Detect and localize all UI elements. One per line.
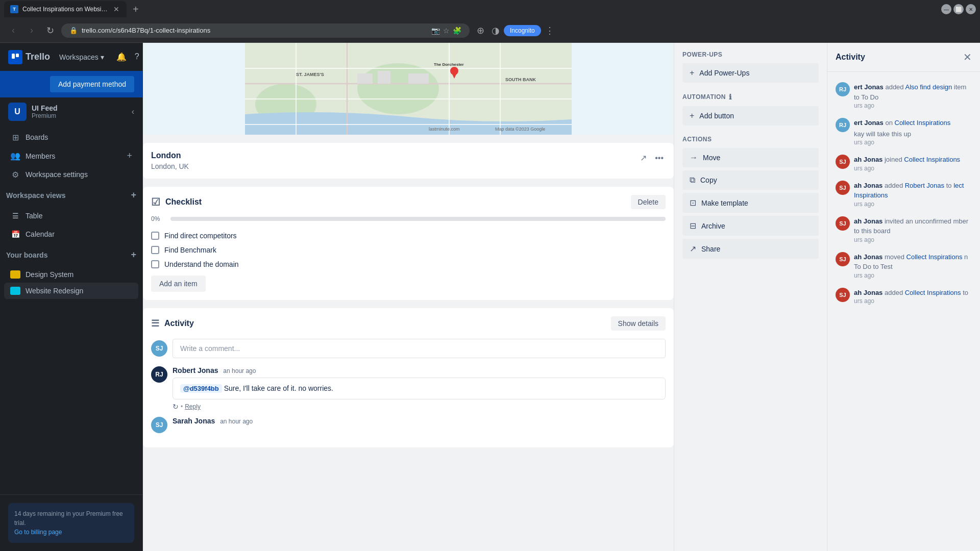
card-detail-panel: SOUTH BANK ST. JAMES'S The Dorchester Ma… <box>143 43 674 551</box>
add-member-icon[interactable]: + <box>127 151 132 161</box>
theme-icon[interactable]: ◑ <box>488 22 503 39</box>
feed-link-2[interactable]: Collect Inspirations <box>895 119 951 127</box>
svg-rect-13 <box>357 73 373 84</box>
your-boards-label: Your boards <box>6 251 127 259</box>
location-more-button[interactable]: ••• <box>653 151 666 165</box>
forward-button[interactable]: › <box>24 23 39 38</box>
feed-link-4a[interactable]: Robert Jonas <box>905 182 944 189</box>
add-checklist-item-button[interactable]: Add an item <box>151 276 206 292</box>
billing-link[interactable]: Go to billing page <box>14 529 62 536</box>
address-bar-row: ‹ › ↻ 🔒 trello.com/c/s6n4B7Bq/1-collect-… <box>0 18 980 43</box>
progress-row: 0% <box>151 215 666 222</box>
comment-author-2: Sarah Jonas <box>173 417 215 425</box>
sidebar-item-boards[interactable]: ⊞ Boards <box>4 128 138 146</box>
workspace-settings-label: Workspace settings <box>26 170 132 179</box>
workspace-views-header[interactable]: Workspace views + <box>0 186 142 205</box>
activity-icon: ☰ <box>151 318 159 329</box>
add-power-ups-button[interactable]: + Add Power-Ups <box>682 63 819 83</box>
location-card: London London, UK ↗ ••• <box>143 143 674 179</box>
close-button[interactable]: ✕ <box>966 4 976 14</box>
star-icon[interactable]: ☆ <box>443 27 450 35</box>
actions-title: Actions <box>682 136 819 143</box>
checklist-title: ☑ Checklist <box>151 196 202 208</box>
new-tab-button[interactable]: + <box>129 2 143 17</box>
members-icon: 👥 <box>10 151 20 161</box>
sidebar-item-workspace-settings[interactable]: ⚙ Workspace settings <box>4 165 138 184</box>
workspace-avatar: U <box>8 103 27 121</box>
location-expand-button[interactable]: ↗ <box>638 151 649 165</box>
copy-button[interactable]: ⧉ Copy <box>682 170 819 190</box>
map-container: SOUTH BANK ST. JAMES'S The Dorchester Ma… <box>143 43 674 135</box>
feed-link-6[interactable]: Collect Inspirations <box>906 253 963 261</box>
feed-item-6: SJ ah Jonas moved Collect Inspirations n… <box>836 248 972 284</box>
add-payment-button[interactable]: Add payment method <box>50 76 134 92</box>
tab-close-button[interactable]: ✕ <box>112 4 120 14</box>
location-name: London <box>151 151 189 160</box>
add-workspace-view-icon[interactable]: + <box>131 190 136 201</box>
close-activity-panel-button[interactable]: ✕ <box>963 51 972 63</box>
address-bar[interactable]: 🔒 trello.com/c/s6n4B7Bq/1-collect-inspir… <box>61 23 470 38</box>
feed-avatar-2: RJ <box>836 118 850 132</box>
board-item-website-redesign[interactable]: Website Redesign <box>4 283 138 299</box>
tab-favicon: T <box>10 5 18 13</box>
help-icon[interactable]: ? <box>132 49 142 65</box>
members-label: Members <box>26 152 121 160</box>
svg-rect-15 <box>408 73 429 84</box>
minimize-button[interactable]: — <box>941 4 951 14</box>
workspace-info[interactable]: U UI Feed Premium ‹ <box>0 97 142 126</box>
app-layout: Trello Collect Inspirations on Website R… <box>0 43 980 551</box>
progress-bar <box>170 217 666 221</box>
automation-info-icon[interactable]: ℹ <box>729 93 731 101</box>
location-subtitle: London, UK <box>151 162 189 170</box>
tab-title: Collect Inspirations on Website R... <box>22 6 108 13</box>
collapse-sidebar-button[interactable]: ‹ <box>132 107 134 116</box>
show-details-button[interactable]: Show details <box>611 316 666 331</box>
comment-input[interactable]: Write a comment... <box>173 339 666 358</box>
active-tab[interactable]: T Collect Inspirations on Website R... ✕ <box>4 1 127 17</box>
power-ups-section: Power-Ups + Add Power-Ups <box>682 51 819 83</box>
checklist-checkbox-2[interactable] <box>151 246 159 254</box>
checklist-checkbox-3[interactable] <box>151 260 159 268</box>
maximize-button[interactable]: ⬜ <box>953 4 964 14</box>
workspace-views-section: ☰ Table 📅 Calendar <box>0 205 142 245</box>
your-boards-header[interactable]: Your boards + <box>0 245 142 264</box>
extensions-icon[interactable]: 🧩 <box>453 27 461 35</box>
chevron-down-icon: ▾ <box>101 53 104 61</box>
feed-avatar-7: SJ <box>836 288 850 302</box>
add-button-button[interactable]: + Add button <box>682 106 819 126</box>
nav-section: ⊞ Boards 👥 Members + ⚙ Workspace setting… <box>0 126 142 186</box>
add-board-icon[interactable]: + <box>131 249 136 260</box>
far-right-header: Activity ✕ <box>827 43 980 72</box>
archive-button[interactable]: ⊟ Archive <box>682 216 819 236</box>
comment-author-1: Robert Jonas <box>173 366 218 374</box>
comment-block-2: SJ Sarah Jonas an hour ago <box>151 417 666 433</box>
workspaces-button[interactable]: Collect Inspirations on Website R... Wor… <box>55 51 108 63</box>
table-view-item[interactable]: ☰ Table <box>4 207 138 225</box>
checklist-delete-button[interactable]: Delete <box>631 195 666 209</box>
calendar-view-item[interactable]: 📅 Calendar <box>4 225 138 243</box>
sidebar-item-members[interactable]: 👥 Members + <box>4 146 138 165</box>
board-item-design-system[interactable]: Design System <box>4 266 138 283</box>
feed-link-7[interactable]: Collect Inspirations <box>905 289 961 296</box>
share-button[interactable]: ↗ Share <box>682 239 819 259</box>
search-icon[interactable]: ⊕ <box>474 22 487 39</box>
mention-badge[interactable]: @d539f4bb <box>180 384 222 393</box>
reply-link-1[interactable]: Reply <box>185 403 201 410</box>
feed-link-1[interactable]: Also find design <box>905 83 952 91</box>
address-bar-icons: 📷 ☆ 🧩 <box>431 27 461 35</box>
feed-text-6: ah Jonas moved Collect Inspirations n To… <box>854 252 972 279</box>
notification-icon[interactable]: 🔔 <box>113 49 130 65</box>
checklist-checkbox-1[interactable] <box>151 232 159 240</box>
checklist-section: ☑ Checklist Delete 0% Find direct compet… <box>143 187 674 300</box>
payment-bar: Add payment method <box>0 71 142 97</box>
make-template-button[interactable]: ⊡ Make template <box>682 193 819 213</box>
back-button[interactable]: ‹ <box>6 23 20 38</box>
feed-link-3[interactable]: Collect Inspirations <box>904 156 960 163</box>
svg-text:The Dorchester: The Dorchester <box>434 62 464 67</box>
move-button[interactable]: → Move <box>682 148 819 167</box>
more-options-icon[interactable]: ⋮ <box>542 22 557 39</box>
svg-point-4 <box>357 63 439 114</box>
current-user-avatar: SJ <box>151 340 167 357</box>
refresh-button[interactable]: ↻ <box>43 23 57 38</box>
checklist-header: ☑ Checklist Delete <box>151 195 666 209</box>
